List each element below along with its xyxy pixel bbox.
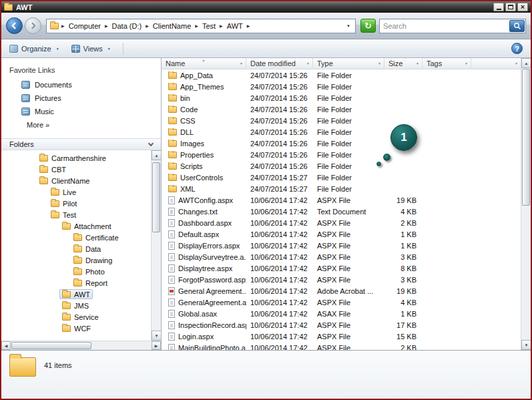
search-box[interactable] [379, 19, 526, 33]
titlebar[interactable]: AWT × [1, 1, 531, 13]
scroll-thumb[interactable] [522, 69, 530, 206]
scroll-left-icon[interactable]: ◀ [1, 341, 11, 350]
file-list-scrollbar[interactable]: ▲ ▼ [521, 58, 531, 350]
tree-item-cbt[interactable]: CBT [1, 164, 150, 175]
music-icon [21, 108, 30, 116]
file-row[interactable]: bin24/07/2014 15:26File Folder [162, 92, 521, 104]
navigation-bar: ▶ Computer ▶ Data (D:) ▶ ClientName ▶ Te… [1, 13, 531, 39]
file-row[interactable]: Dashboard.aspx10/06/2014 17:42ASPX File2… [162, 217, 521, 228]
folders-band[interactable]: Folders [1, 138, 161, 150]
tree-item-service[interactable]: Service [1, 311, 150, 323]
file-row[interactable]: ForgotPassword.aspx10/06/2014 17:42ASPX … [162, 274, 521, 285]
organize-button[interactable]: Organize ▼ [9, 45, 59, 53]
file-row[interactable]: DisplaySurveytree.a...10/06/2014 17:42AS… [162, 251, 521, 262]
file-row[interactable]: Default.aspx10/06/2014 17:42ASPX File1 K… [162, 228, 521, 240]
close-button[interactable]: × [517, 3, 528, 11]
address-dropdown-icon[interactable]: ▼ [345, 24, 352, 28]
column-header-extra[interactable]: ▼ [471, 58, 521, 69]
tree-item-attachment[interactable]: Attachment [1, 220, 150, 232]
tree-item-data[interactable]: Data [1, 243, 150, 254]
tree-item-carmarthenshire[interactable]: Carmarthenshire [1, 152, 150, 164]
file-row[interactable]: AWTConfig.aspx10/06/2014 17:42ASPX File1… [162, 194, 521, 206]
column-header-date-modified[interactable]: Date modified ▼ [246, 58, 313, 69]
back-button[interactable] [6, 17, 23, 34]
tree-item-jms[interactable]: JMS [1, 300, 150, 311]
file-row[interactable]: Login.aspx10/06/2014 17:42ASPX File15 KB [162, 331, 521, 342]
file-name-cell: CSS [162, 117, 246, 125]
file-row[interactable]: Scripts24/07/2014 15:26File Folder [162, 160, 521, 172]
favorite-documents[interactable]: Documents [1, 78, 161, 91]
column-dropdown-icon[interactable]: ▼ [465, 61, 468, 65]
scroll-thumb[interactable] [152, 162, 160, 232]
file-row[interactable]: UserControls24/07/2014 15:27File Folder [162, 172, 521, 183]
column-dropdown-icon[interactable]: ▼ [416, 61, 419, 65]
favorite-music[interactable]: Music [1, 105, 161, 118]
file-row[interactable]: DisplayErrors.aspx10/06/2014 17:42ASPX F… [162, 240, 521, 251]
column-dropdown-icon[interactable]: ▼ [306, 61, 310, 65]
file-row[interactable]: App_Data24/07/2014 15:26File Folder [162, 69, 521, 81]
file-row[interactable]: Displaytree.aspx10/06/2014 17:42ASPX Fil… [162, 262, 521, 274]
maximize-button[interactable] [505, 3, 516, 11]
folders-hscrollbar[interactable]: ◀ ▶ [1, 341, 161, 350]
folders-title: Folders [9, 140, 34, 148]
file-row[interactable]: XML24/07/2014 15:27File Folder [162, 183, 521, 194]
file-icon [168, 253, 175, 261]
file-row[interactable]: MainBuildingPhoto.a...10/06/2014 17:42AS… [162, 342, 521, 350]
tree-item-pilot[interactable]: Pilot [1, 198, 150, 209]
column-header-size[interactable]: Size ▼ [384, 58, 423, 69]
tree-item-live[interactable]: Live [1, 186, 150, 198]
breadcrumb-item-clientname[interactable]: ClientName [152, 22, 192, 30]
scroll-down-icon[interactable]: ▼ [152, 331, 161, 341]
file-row[interactable]: GeneralAgreement.a...10/06/2014 17:42ASP… [162, 296, 521, 308]
tree-item-test[interactable]: Test [1, 209, 150, 220]
column-header-name[interactable]: ▲ Name ▼ [162, 58, 246, 69]
file-row[interactable]: Global.asax10/06/2014 17:42ASAX File1 KB [162, 308, 521, 319]
breadcrumb-item-awt[interactable]: AWT [226, 22, 244, 30]
minimize-button[interactable] [493, 3, 504, 11]
scroll-up-icon[interactable]: ▲ [152, 150, 161, 160]
tree-item-drawing[interactable]: Drawing [1, 254, 150, 266]
forward-button[interactable] [25, 17, 41, 34]
tree-item-label: Drawing [85, 256, 112, 264]
file-row[interactable]: InspectionRecord.aspx10/06/2014 17:42ASP… [162, 319, 521, 331]
breadcrumb-item-drive[interactable]: Data (D:) [111, 22, 144, 30]
file-row[interactable]: App_Themes24/07/2014 15:26File Folder [162, 81, 521, 92]
tree-item-report[interactable]: Report [1, 277, 150, 288]
scroll-right-icon[interactable]: ▶ [152, 341, 161, 350]
file-row[interactable]: Images24/07/2014 15:26File Folder [162, 138, 521, 149]
column-dropdown-icon[interactable]: ▼ [240, 61, 243, 65]
file-row[interactable]: DLL24/07/2014 15:26File Folder [162, 126, 521, 138]
more-links[interactable]: More » [1, 118, 161, 130]
scroll-down-icon[interactable]: ▼ [521, 340, 531, 350]
column-header-tags[interactable]: Tags ▼ [423, 58, 471, 69]
favorite-pictures[interactable]: Pictures [1, 91, 161, 105]
column-dropdown-icon[interactable]: ▼ [515, 61, 518, 65]
address-bar[interactable]: ▶ Computer ▶ Data (D:) ▶ ClientName ▶ Te… [46, 19, 356, 33]
column-dropdown-icon[interactable]: ▼ [378, 61, 381, 65]
tree-item-wcf[interactable]: WCF [1, 323, 150, 334]
file-row[interactable]: Code24/07/2014 15:26File Folder [162, 104, 521, 115]
file-size-cell: 3 KB [384, 276, 423, 284]
breadcrumb-item-computer[interactable]: Computer [67, 22, 102, 30]
breadcrumb-item-test[interactable]: Test [201, 22, 217, 30]
column-header-type[interactable]: Type ▼ [313, 58, 384, 69]
file-size-cell: 19 KB [384, 196, 423, 204]
file-row[interactable]: CSS24/07/2014 15:26File Folder [162, 115, 521, 126]
tree-item-photo[interactable]: Photo [1, 266, 150, 277]
search-button[interactable] [509, 20, 525, 32]
tree-item-clientname[interactable]: ClientName [1, 175, 150, 186]
tree-item-awt[interactable]: AWT [1, 288, 150, 300]
refresh-button[interactable]: ↻ [360, 19, 376, 33]
folder-icon [73, 257, 82, 264]
tree-item-certificate[interactable]: Certificate [1, 232, 150, 243]
search-input[interactable] [380, 22, 509, 30]
file-name-cell: App_Data [162, 71, 246, 79]
views-button[interactable]: Views ▼ [71, 45, 111, 53]
folders-scrollbar[interactable]: ▲ ▼ [151, 150, 161, 341]
file-row[interactable]: Properties24/07/2014 15:26File Folder [162, 149, 521, 160]
file-row[interactable]: Changes.txt10/06/2014 17:42Text Document… [162, 206, 521, 217]
help-button[interactable]: ? [511, 43, 523, 54]
scroll-thumb[interactable] [11, 342, 91, 349]
scroll-up-icon[interactable]: ▲ [521, 58, 531, 68]
file-row[interactable]: General Agreement...10/06/2014 17:42Adob… [162, 285, 521, 296]
